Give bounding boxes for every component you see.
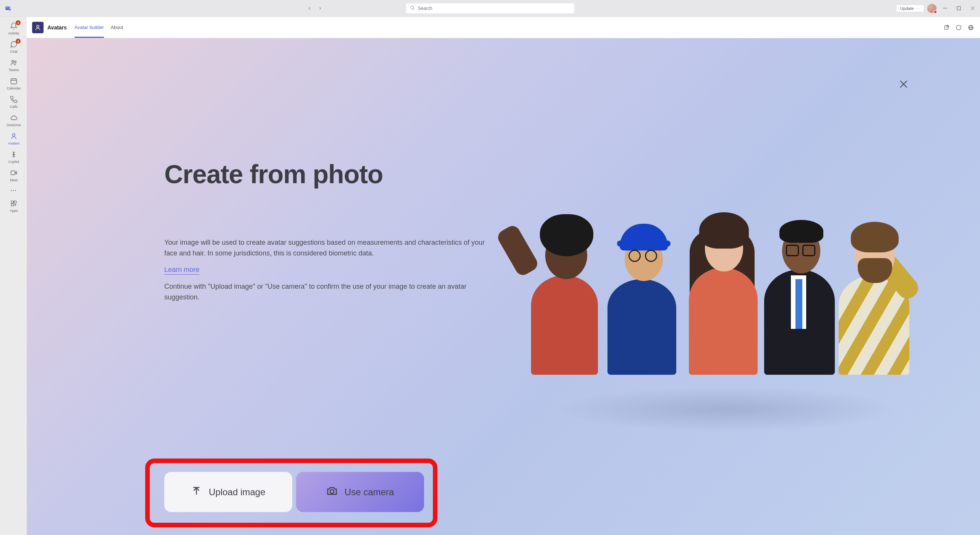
svg-rect-23 <box>11 204 13 206</box>
rail-label: Meet <box>10 178 18 182</box>
svg-point-19 <box>13 190 14 191</box>
search-icon <box>410 5 415 12</box>
app-header: Avatars Avatar builder About <box>27 17 980 38</box>
search-input[interactable] <box>415 6 570 11</box>
rail-label: Activity <box>8 31 19 35</box>
main-area: Avatars Avatar builder About <box>27 17 980 535</box>
camera-label: Use camera <box>345 487 394 498</box>
svg-text:T: T <box>6 7 8 10</box>
app-rail: 4 Activity 4 Chat Teams Calendar <box>0 17 27 535</box>
tab-avatar-builder[interactable]: Avatar builder <box>75 17 104 38</box>
upload-label: Upload image <box>209 487 265 498</box>
rail-item-meet[interactable]: Meet <box>2 166 25 184</box>
svg-rect-21 <box>11 201 13 203</box>
svg-rect-6 <box>957 7 961 10</box>
profile-avatar[interactable] <box>927 4 936 13</box>
rail-label: Teams <box>9 68 19 72</box>
rail-item-calls[interactable]: Calls <box>2 93 25 110</box>
rail-label: Avatars <box>8 141 19 145</box>
upload-image-button[interactable]: Upload image <box>164 472 292 512</box>
rail-label: Copilot <box>8 160 19 164</box>
app-title: Avatars <box>47 24 67 31</box>
avatars-app-icon <box>32 22 44 33</box>
svg-point-36 <box>330 489 334 493</box>
reload-icon[interactable] <box>955 24 962 31</box>
rail-label: Apps <box>10 209 18 213</box>
use-camera-button[interactable]: Use camera <box>296 472 424 512</box>
rail-item-chat[interactable]: 4 Chat <box>2 37 25 55</box>
update-button[interactable]: Update ··· <box>896 5 924 12</box>
description-text-1: Your image will be used to create avatar… <box>164 237 489 259</box>
content-block: Create from photo Your image will be use… <box>164 161 508 303</box>
rail-label: OneDrive <box>6 123 21 127</box>
camera-icon <box>326 485 338 499</box>
rail-more-icon[interactable] <box>9 186 18 195</box>
badge: 4 <box>16 39 21 44</box>
rail-item-copilot[interactable]: Copilot <box>2 148 25 165</box>
window-close-icon[interactable] <box>967 4 978 13</box>
rail-label: Chat <box>10 50 17 54</box>
learn-more-link[interactable]: Learn more <box>164 266 199 275</box>
rail-item-calendar[interactable]: Calendar <box>2 74 25 92</box>
window-maximize-icon[interactable] <box>953 4 964 13</box>
nav-forward-icon[interactable] <box>316 5 324 12</box>
update-label: Update <box>900 6 914 11</box>
description-text-2: Continue with "Upload image" or "Use cam… <box>164 281 489 303</box>
svg-point-9 <box>12 60 14 62</box>
popout-icon[interactable] <box>943 24 950 31</box>
tab-about[interactable]: About <box>111 17 123 38</box>
globe-icon[interactable] <box>967 24 975 31</box>
svg-point-1 <box>9 6 10 8</box>
presence-busy-icon <box>933 10 937 14</box>
svg-point-3 <box>411 6 414 9</box>
titlebar: T Update ··· <box>0 0 980 17</box>
svg-rect-11 <box>11 79 17 84</box>
window-minimize-icon[interactable] <box>940 4 950 13</box>
rail-item-apps[interactable]: Apps <box>2 197 25 214</box>
rail-item-teams[interactable]: Teams <box>2 56 25 73</box>
rail-label: Calendar <box>7 86 21 90</box>
svg-point-18 <box>11 190 12 191</box>
svg-point-26 <box>37 25 39 28</box>
teams-logo-icon: T <box>5 5 11 12</box>
svg-point-10 <box>15 61 16 63</box>
page-title: Create from photo <box>164 161 508 188</box>
svg-line-4 <box>413 8 414 9</box>
stage: Create from photo Your image will be use… <box>27 38 980 535</box>
rail-label: Calls <box>10 105 18 109</box>
more-dots-icon: ··· <box>915 6 920 11</box>
svg-point-20 <box>15 190 16 191</box>
action-buttons: Upload image Use camera <box>164 472 424 512</box>
rail-item-avatars[interactable]: Avatars <box>2 129 25 147</box>
search-box[interactable] <box>406 3 574 13</box>
rail-item-onedrive[interactable]: OneDrive <box>2 111 25 128</box>
badge: 4 <box>16 20 21 25</box>
svg-rect-22 <box>14 201 16 203</box>
svg-rect-16 <box>11 171 15 175</box>
close-button[interactable] <box>896 76 911 92</box>
upload-icon <box>191 486 202 499</box>
avatars-illustration <box>518 172 923 386</box>
svg-point-15 <box>13 133 15 136</box>
rail-item-activity[interactable]: 4 Activity <box>2 19 25 37</box>
nav-back-icon[interactable] <box>306 5 313 12</box>
